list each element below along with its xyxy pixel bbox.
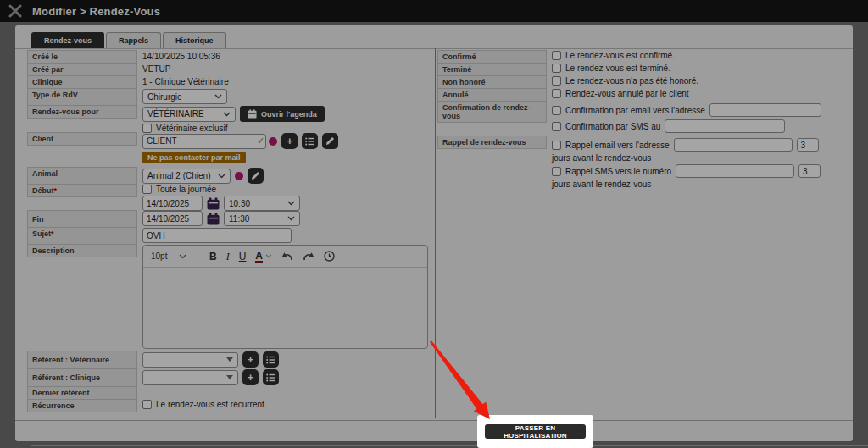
undo-icon[interactable] bbox=[281, 252, 293, 262]
dernier-referent-value bbox=[137, 386, 432, 400]
plus-icon: + bbox=[248, 371, 254, 384]
underline-button[interactable]: U bbox=[239, 252, 247, 262]
description-body[interactable] bbox=[143, 268, 427, 348]
termine-label: Le rendez-vous est terminé. bbox=[565, 64, 670, 73]
confirmation-email-input[interactable] bbox=[709, 103, 821, 117]
close-icon[interactable] bbox=[8, 4, 22, 18]
tab-bar: Rendez-vous Rappels Historique bbox=[31, 32, 228, 48]
sujet-input[interactable] bbox=[142, 228, 292, 243]
referent-clinique-select[interactable] bbox=[142, 370, 238, 385]
confirmation-sms-input[interactable] bbox=[665, 119, 785, 133]
tab-historique[interactable]: Historique bbox=[163, 32, 226, 48]
rappel-sms-label: Rappel SMS vers le numéro bbox=[565, 167, 671, 176]
confirme-checkbox[interactable] bbox=[552, 51, 561, 60]
field-label: Confirmation de rendez-vous bbox=[437, 101, 547, 123]
client-input[interactable] bbox=[142, 134, 266, 149]
non-honore-checkbox[interactable] bbox=[552, 76, 561, 86]
rappel-email-input[interactable] bbox=[674, 138, 793, 152]
rappel-sms-checkbox[interactable] bbox=[552, 167, 561, 176]
animal-color-dot bbox=[235, 172, 243, 180]
row-termine: Terminé Le rendez-vous est terminé. bbox=[437, 63, 849, 76]
row-debut: Début* Toute la journée 10:30 bbox=[27, 184, 432, 211]
edit-client-button[interactable] bbox=[322, 133, 338, 149]
tab-content-divider bbox=[15, 48, 853, 49]
ouvrir-agenda-button[interactable]: Ouvrir l'agenda bbox=[240, 106, 325, 122]
referent-veterinaire-select[interactable] bbox=[142, 352, 238, 368]
row-animal: Animal Animal 2 (Chien) bbox=[27, 167, 432, 185]
row-rendez-vous-pour: Rendez-vous pour VÉTÉRINAIRE Ouvrir l'ag… bbox=[27, 105, 432, 133]
type-rdv-value: Chirurgie bbox=[147, 92, 182, 102]
tab-rappels[interactable]: Rappels bbox=[106, 32, 161, 48]
page-title: Modifier > Rendez-Vous bbox=[32, 5, 160, 18]
field-label: Fin bbox=[27, 210, 137, 228]
window-titlebar: Modifier > Rendez-Vous bbox=[0, 0, 868, 22]
italic-button[interactable]: I bbox=[226, 252, 230, 262]
redo-icon[interactable] bbox=[303, 252, 314, 262]
field-label: Rappel de rendez-vous bbox=[437, 136, 547, 149]
tab-rendez-vous[interactable]: Rendez-vous bbox=[31, 32, 104, 48]
client-list-button[interactable] bbox=[302, 133, 318, 149]
field-label: Description bbox=[27, 244, 137, 257]
rappel-email-days-input[interactable] bbox=[797, 138, 819, 152]
toute-la-journee-label: Toute la journée bbox=[156, 185, 216, 194]
field-label: Début* bbox=[27, 184, 137, 197]
rappel-email-checkbox[interactable] bbox=[552, 141, 561, 150]
font-size-select[interactable]: 10pt bbox=[151, 252, 200, 261]
type-rdv-select[interactable]: Chirurgie bbox=[142, 89, 227, 104]
footer-divider bbox=[15, 420, 853, 421]
required-asterisk: * bbox=[51, 230, 54, 238]
termine-checkbox[interactable] bbox=[552, 64, 561, 73]
row-non-honore: Non honoré Le rendez-vous n'a pas été ho… bbox=[437, 75, 849, 89]
confirmation-email-label: Confirmation par email vers l'adresse bbox=[565, 106, 705, 115]
annule-label: Rendez-vous annulé par le client bbox=[565, 89, 689, 98]
edit-animal-button[interactable] bbox=[248, 168, 264, 184]
toute-la-journee-checkbox[interactable] bbox=[142, 185, 152, 194]
add-client-button[interactable]: + bbox=[281, 133, 298, 149]
list-icon bbox=[266, 373, 275, 382]
ouvrir-agenda-label: Ouvrir l'agenda bbox=[261, 110, 317, 119]
field-label: Rendez-vous pour bbox=[27, 105, 137, 119]
debut-time-select[interactable]: 10:30 bbox=[224, 196, 300, 211]
chevron-down-icon bbox=[179, 254, 186, 259]
rappel-sms-input[interactable] bbox=[676, 164, 794, 178]
chevron-down-icon bbox=[287, 201, 295, 206]
add-referent-clinique-button[interactable]: + bbox=[242, 369, 259, 385]
animal-select[interactable]: Animal 2 (Chien) bbox=[142, 169, 231, 184]
bold-button[interactable]: B bbox=[209, 252, 217, 262]
hospitalisation-button[interactable]: PASSER EN HOSPITALISATION bbox=[485, 424, 586, 439]
debut-date-input[interactable] bbox=[142, 196, 203, 211]
clock-icon[interactable] bbox=[324, 251, 335, 262]
field-label: Référent : Clinique bbox=[27, 368, 137, 387]
font-color-button[interactable]: A bbox=[255, 251, 263, 263]
fin-time-select[interactable]: 11:30 bbox=[224, 211, 300, 226]
field-label: Référent : Vétérinaire bbox=[27, 351, 137, 369]
fin-date-input[interactable] bbox=[142, 211, 203, 226]
confirmation-email-checkbox[interactable] bbox=[552, 106, 561, 115]
clinique-value: 1 - Clinique Vétérinaire bbox=[137, 75, 432, 89]
referent-veterinaire-list-button[interactable] bbox=[263, 351, 279, 368]
confirme-label: Le rendez-vous est confirmé. bbox=[565, 51, 675, 60]
valid-check-icon: ✓ bbox=[257, 136, 264, 147]
referent-clinique-list-button[interactable] bbox=[263, 369, 279, 385]
annule-checkbox[interactable] bbox=[552, 89, 561, 98]
field-label-text: Sujet bbox=[32, 230, 51, 238]
add-referent-veterinaire-button[interactable]: + bbox=[242, 351, 259, 368]
description-editor[interactable]: 10pt B I U A bbox=[142, 245, 428, 349]
rdv-pour-select[interactable]: VÉTÉRINAIRE bbox=[142, 107, 236, 122]
row-cree-par: Créé par VETUP bbox=[27, 63, 432, 76]
field-label: Annulé bbox=[437, 88, 547, 102]
row-annule: Annulé Rendez-vous annulé par le client bbox=[437, 88, 849, 102]
confirmation-sms-checkbox[interactable] bbox=[552, 122, 561, 131]
cree-par-value: VETUP bbox=[137, 63, 432, 76]
calendar-icon[interactable] bbox=[207, 197, 220, 210]
client-color-dot bbox=[269, 137, 277, 146]
recurrence-checkbox[interactable] bbox=[142, 400, 152, 409]
editor-toolbar: 10pt B I U A bbox=[143, 246, 427, 268]
no-mail-badge: Ne pas contacter par mail bbox=[142, 152, 246, 163]
calendar-icon[interactable] bbox=[207, 213, 220, 225]
row-confirmation-rdv: Confirmation de rendez-vous Confirmation… bbox=[437, 101, 849, 136]
font-size-value: 10pt bbox=[151, 252, 167, 261]
rappel-sms-days-input[interactable] bbox=[798, 164, 821, 178]
chevron-down-icon bbox=[218, 174, 225, 179]
field-label: Terminé bbox=[437, 63, 547, 76]
